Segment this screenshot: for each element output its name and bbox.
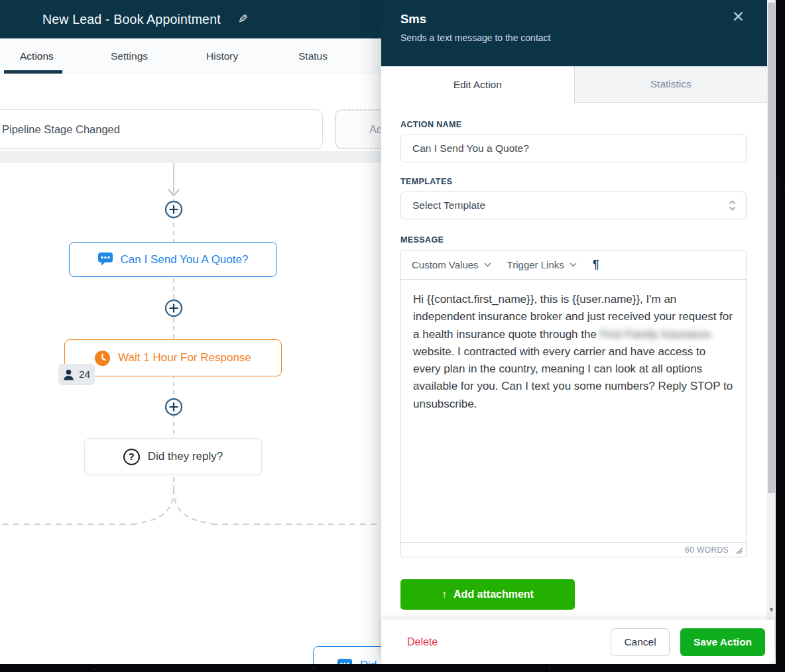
custom-values-label: Custom Values [412,259,479,270]
panel-body: ACTION NAME TEMPLATES Select Template ME… [381,103,767,610]
add-action-button-3[interactable] [166,399,182,415]
node-label: Did [360,659,377,664]
trigger-links-dropdown[interactable]: Trigger Links [507,259,577,270]
clock-icon [95,351,110,366]
add-attachment-button[interactable]: ↑ Add attachment [400,579,575,610]
person-icon [63,369,74,380]
panel-tab-bar: Edit Action Statistics [381,66,767,103]
node-label: Can I Send You A Quote? [121,253,249,266]
trigger-links-label: Trigger Links [507,259,564,270]
panel-footer: Delete Cancel Save Action [381,620,774,664]
scrollbar-down-arrow-icon[interactable]: ▼ [767,607,776,613]
save-action-button[interactable]: Save Action [680,628,765,656]
message-label: MESSAGE [400,235,747,245]
tab-statistics[interactable]: Statistics [574,66,768,103]
node-wait-1-hour[interactable]: Wait 1 Hour For Response [64,339,282,376]
sms-bubble-icon [337,659,352,665]
panel-header: Sms Sends a text message to the contact … [381,0,767,66]
action-name-input[interactable] [400,135,747,162]
message-editor: Custom Values Trigger Links ¶ Hi {{conta… [400,250,747,557]
add-attachment-label: Add attachment [453,588,534,600]
custom-values-dropdown[interactable]: Custom Values [412,259,491,270]
panel-subtitle: Sends a text message to the contact [400,32,749,43]
delete-link[interactable]: Delete [407,636,438,648]
template-select-value: Select Template [412,199,485,211]
node-sms-can-i-send-quote[interactable]: Can I Send You A Quote? [69,242,277,277]
node-did-they-reply[interactable]: ? Did they reply? [84,438,262,475]
chevron-down-icon [484,262,491,267]
template-select[interactable]: Select Template [400,192,747,219]
tab-edit-action[interactable]: Edit Action [381,66,574,103]
question-mark-icon: ? [123,449,140,465]
templates-label: TEMPLATES [400,177,747,186]
sms-action-panel: Sms Sends a text message to the contact … [381,0,767,664]
app-window: New Lead - Book Appointment ✎ Actions Se… [0,0,776,664]
workflow-connectors [0,0,381,664]
message-text-2: website. I contracted with every carrier… [413,345,733,410]
sms-bubble-icon [98,252,113,266]
scrollbar-thumb[interactable] [768,3,775,493]
panel-scrollbar[interactable]: ▼ [767,0,776,620]
node-label: Wait 1 Hour For Response [118,351,251,364]
select-chevrons-icon [729,200,736,211]
contact-count: 24 [79,368,90,380]
message-textarea[interactable]: Hi {{contact.first_name}}, this is {{use… [401,280,746,542]
panel-title: Sms [400,12,749,27]
close-icon[interactable]: ✕ [732,9,745,25]
contact-count-badge[interactable]: 24 [58,364,95,385]
redacted-company-name-2: Family Insurance [625,328,710,341]
node-label: Did they reply? [148,450,223,463]
redacted-company-name-1: First [600,328,622,341]
editor-status-bar: 60 WORDS [401,542,746,557]
add-action-button-2[interactable] [166,300,182,316]
editor-toolbar: Custom Values Trigger Links ¶ [401,251,746,280]
add-action-button-1[interactable] [166,201,182,217]
pilcrow-format-button[interactable]: ¶ [593,258,599,272]
action-name-label: ACTION NAME [400,120,747,129]
chevron-down-icon [570,262,577,267]
upload-arrow-icon: ↑ [442,588,447,600]
cancel-button[interactable]: Cancel [611,628,670,656]
resize-grip-icon[interactable] [735,547,743,554]
word-count: 60 WORDS [685,545,729,555]
